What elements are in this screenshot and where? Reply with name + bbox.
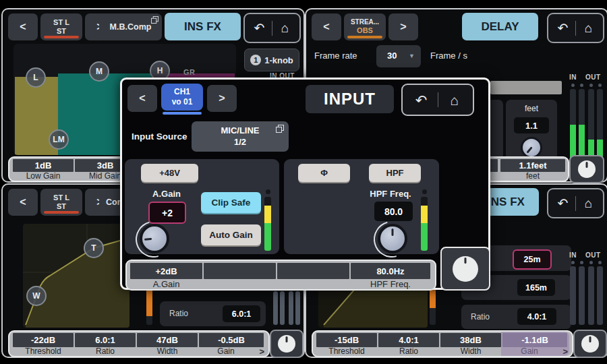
undo-icon[interactable]: ↶	[247, 22, 272, 34]
width-handle[interactable]: W	[26, 286, 47, 306]
release-value[interactable]: 165m	[517, 279, 555, 296]
dropdown-arrow-icon: ▼	[409, 53, 415, 59]
channel-select-button[interactable]: ST L ST	[40, 189, 82, 216]
frame-rate-label: Frame rate	[314, 51, 357, 61]
knob-icon	[578, 160, 596, 178]
touch-knob-button[interactable]	[569, 155, 604, 183]
again-cell[interactable]: +2dB	[130, 263, 202, 279]
next-channel-button[interactable]: >	[388, 13, 418, 40]
library-button[interactable]: M.B.Comp	[99, 13, 162, 40]
copy-icon	[276, 125, 284, 133]
phase-button[interactable]: Φ	[298, 164, 350, 182]
out-meter	[289, 291, 293, 325]
gr-label: GR	[183, 68, 196, 76]
out-meter	[597, 266, 603, 325]
low-gain-cell[interactable]: 1dB	[13, 159, 74, 172]
mixer-screen: < ST L ST > M.B.Comp INS FX ↶ ⌂ L M H LM	[0, 0, 607, 364]
threshold-handle[interactable]: T	[84, 238, 104, 258]
ratio-cell[interactable]: 6.0:1	[75, 333, 136, 347]
threshold-cell[interactable]: -15dB	[316, 333, 377, 347]
touch-knob-button[interactable]	[440, 247, 490, 291]
ratio-value[interactable]: 6.0:1	[223, 305, 260, 322]
attack-value[interactable]: 25m	[513, 249, 552, 270]
param-footer: +2dB 80.0Hz A.Gain HPF Freq.	[125, 260, 436, 291]
phase-hpf-section: Φ HPF HPF Freq. 80.0	[284, 159, 439, 254]
prev-channel-button[interactable]: <	[8, 13, 38, 40]
again-label: A.Gain	[137, 189, 196, 199]
param-footer: -15dB 4.0:1 38dB -1.1dB Threshold Ratio …	[312, 330, 573, 357]
undo-icon[interactable]: ↶	[405, 93, 438, 107]
channel-select-button[interactable]: ST L ST	[40, 13, 82, 40]
out-peak-led	[589, 84, 593, 87]
phantom-48v-button[interactable]: +48V	[141, 164, 198, 182]
home-icon[interactable]: ⌂	[576, 197, 601, 210]
tab-ins-fx[interactable]: INS FX	[165, 13, 241, 40]
in-meter	[579, 266, 585, 325]
delay-unit-label: feet	[506, 104, 557, 113]
again-knob[interactable]	[140, 224, 169, 253]
comp-curve-chart: T W	[23, 224, 129, 328]
out-meter	[588, 266, 594, 325]
undo-icon[interactable]: ↶	[550, 22, 575, 34]
one-knob-button[interactable]: 1 1-knob	[244, 49, 299, 71]
hpf-freq-value[interactable]: 80.0	[374, 202, 413, 221]
low-band-handle[interactable]: L	[26, 67, 46, 88]
param-cell[interactable]	[204, 263, 276, 279]
copy-icon	[151, 16, 158, 24]
hpf-button[interactable]: HPF	[369, 164, 421, 182]
in-meter	[570, 89, 576, 162]
tab-delay[interactable]: DELAY	[462, 13, 538, 40]
auto-gain-button[interactable]: Auto Gain	[201, 224, 261, 245]
knob-icon	[278, 335, 295, 353]
threshold-cell[interactable]: -22dB	[13, 333, 74, 347]
delay-scale-bar[interactable]	[490, 81, 562, 94]
ratio-value[interactable]: 4.0:1	[517, 308, 556, 325]
hpf-freq-cell[interactable]: 80.0Hz	[351, 263, 430, 279]
out-meter-label: OUT	[585, 251, 601, 259]
input-dialog: < CH1 vo 01 > INPUT ↶ ⌂ Input Source MIC…	[120, 78, 490, 290]
channel-select-button[interactable]: CH1 vo 01	[161, 84, 203, 111]
delay-value[interactable]: 1.1	[514, 117, 549, 133]
home-icon[interactable]: ⌂	[438, 93, 471, 107]
undo-icon[interactable]: ↶	[550, 197, 575, 210]
lowmid-crossover-handle[interactable]: LM	[49, 129, 69, 150]
more-params-chevron-icon[interactable]: >	[259, 346, 264, 357]
gain-cell[interactable]: -1.1dB	[502, 333, 567, 347]
touch-knob-button[interactable]	[270, 330, 304, 358]
home-icon[interactable]: ⌂	[576, 22, 601, 34]
gain-cell[interactable]: -0.5dB	[199, 333, 264, 347]
channel-color-bar	[44, 211, 79, 214]
clip-safe-button[interactable]: Clip Safe	[201, 192, 261, 213]
out-meter	[295, 291, 300, 325]
width-cell[interactable]: 47dB	[137, 333, 198, 347]
param-cell[interactable]	[277, 263, 349, 279]
home-icon[interactable]: ⌂	[272, 22, 297, 34]
dialog-title: INPUT	[306, 85, 394, 113]
delay-value-box: feet 1.1	[506, 100, 557, 160]
system-nav-group: ↶ ⌂	[547, 188, 604, 218]
delay-knob[interactable]	[521, 137, 542, 158]
prev-channel-button[interactable]: <	[312, 13, 341, 40]
in-meter-label: IN	[569, 73, 577, 81]
touch-knob-button[interactable]	[573, 330, 607, 358]
input-source-button[interactable]: MIC/LINE 1/2	[192, 121, 289, 152]
hpf-freq-knob[interactable]	[378, 224, 407, 253]
system-nav-group: ↶ ⌂	[547, 13, 604, 43]
prev-channel-button[interactable]: <	[8, 189, 38, 216]
channel-color-bar	[347, 36, 382, 38]
frame-rate-dropdown[interactable]: 30 ▼	[376, 45, 421, 67]
out-meter-label: OUT	[585, 73, 601, 81]
next-channel-button[interactable]: >	[207, 85, 237, 112]
ratio-cell[interactable]: 4.0:1	[378, 333, 439, 347]
prev-channel-button[interactable]: <	[127, 85, 157, 112]
mid-band-handle[interactable]: M	[89, 61, 109, 82]
delay-time-cell[interactable]: 1.1feet	[500, 159, 565, 172]
channel-select-button[interactable]: STREA... OBS	[344, 13, 386, 40]
clip-led	[422, 189, 427, 194]
more-params-chevron-icon[interactable]: >	[562, 346, 568, 357]
input-source-label: Input Source	[132, 131, 187, 142]
in-meter	[280, 291, 285, 325]
in-meter-label: IN	[569, 251, 577, 259]
out-peak-led	[598, 84, 602, 87]
width-cell[interactable]: 38dB	[440, 333, 501, 347]
